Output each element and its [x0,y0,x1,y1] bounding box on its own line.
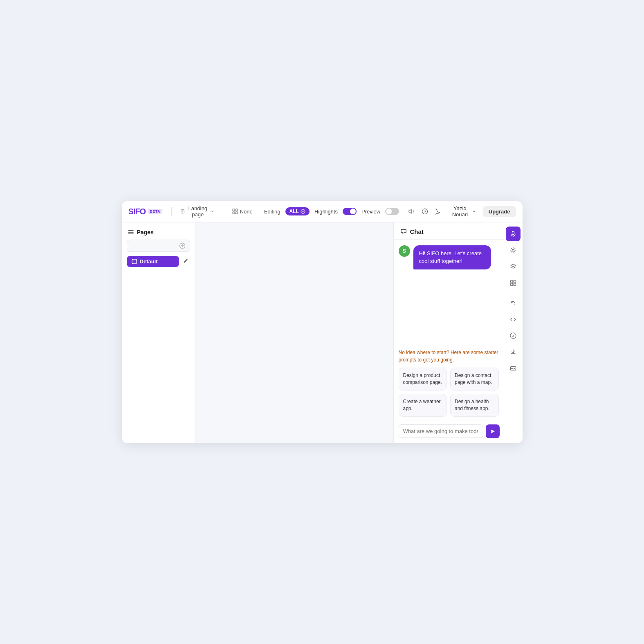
svg-rect-11 [512,231,514,234]
svg-rect-17 [514,283,516,286]
user-menu-button[interactable]: Yazid Nouari [446,204,479,219]
toolbar-section: Editing ALL Highlights Preview [264,207,399,215]
prompt-card-2[interactable]: Create a weather app. [399,394,447,417]
all-pill[interactable]: ALL [285,207,310,215]
topbar: SIFO BETA Landing page None Editing ALL … [122,201,523,222]
media-icon [510,365,516,372]
none-button[interactable]: None [229,207,256,216]
volume-icon-btn[interactable] [407,205,416,218]
components-icon [510,280,516,286]
pages-panel: Pages Default [122,222,195,443]
grid-icon [232,209,238,214]
chat-header: Chat [394,222,504,240]
page-item-icon [132,259,137,264]
prompts-grid: Design a product comparison page. Design… [399,368,499,416]
undo-icon [510,300,516,306]
svg-point-6 [302,211,303,212]
svg-rect-10 [132,259,137,264]
default-page-row: Default [127,256,190,267]
logo-text: SIFO [128,207,146,216]
upgrade-button[interactable]: Upgrade [483,206,516,217]
pencil-icon [183,258,188,263]
moon-icon [435,209,441,215]
chat-prompts-hint: No idea where to start? Here are some st… [399,349,499,364]
moon-icon-btn[interactable] [433,205,442,218]
preview-label: Preview [361,209,380,215]
svg-rect-3 [233,212,235,214]
chat-input[interactable] [398,424,483,438]
svg-rect-15 [514,280,516,283]
chevron-down-icon [211,209,214,213]
landing-page-label: Landing page [186,205,209,218]
layers-icon-btn[interactable] [506,259,521,274]
add-page-icon [179,242,186,249]
svg-text:?: ? [424,210,426,214]
gear-icon [510,247,516,254]
landing-page-dropdown[interactable]: Landing page [177,204,217,219]
prompt-card-3[interactable]: Design a health and fitness app. [450,394,499,417]
svg-point-13 [512,249,514,251]
send-icon [489,428,496,435]
user-name: Yazid Nouari [449,205,471,218]
chat-input-row [394,421,504,443]
chat-messages: S Hi! SIFO here. Let's create cool stuff… [394,240,504,346]
undo-icon-btn[interactable] [506,296,521,310]
layers-icon [510,263,516,270]
download-icon-btn[interactable] [506,345,521,359]
svg-rect-14 [511,280,513,283]
chat-panel: Chat S Hi! SIFO here. Let's create cool … [393,222,504,443]
pages-menu-icon [128,229,134,236]
none-label: None [240,209,253,215]
pages-title: Pages [137,229,154,236]
svg-rect-19 [511,366,516,370]
default-page-item[interactable]: Default [127,256,179,267]
topbar-separator-1 [171,207,172,216]
highlights-label: Highlights [314,209,338,215]
chat-send-button[interactable] [486,424,500,438]
new-page-button[interactable] [127,240,190,252]
svg-rect-1 [233,209,235,211]
right-sidebar: A [504,222,523,443]
theme-icon: A [510,332,516,339]
prompt-card-0[interactable]: Design a product comparison page. [399,368,447,390]
help-icon: ? [422,208,428,215]
chat-bubble-welcome: S Hi! SIFO here. Let's create cool stuff… [399,245,499,269]
user-chevron-icon [473,209,476,213]
highlights-toggle[interactable] [343,208,357,215]
code-icon [510,316,516,323]
theme-icon-btn[interactable]: A [506,328,521,343]
settings-icon-btn[interactable] [506,243,521,258]
chat-prompts-section: No idea where to start? Here are some st… [394,346,504,420]
download-icon [510,349,516,355]
help-icon-btn[interactable]: ? [420,205,429,218]
logo: SIFO BETA [128,207,163,216]
settings-small-icon [301,209,305,214]
default-page-label: Default [140,258,158,265]
preview-toggle[interactable] [385,208,399,215]
microphone-icon-btn[interactable] [506,227,521,241]
chat-welcome-text: Hi! SIFO here. Let's create cool stuff t… [413,245,491,269]
main-content: Pages Default Chat [122,222,523,443]
volume-icon [408,208,415,215]
svg-rect-16 [511,283,513,286]
prompt-card-1[interactable]: Design a contact page with a map. [450,368,499,390]
sidebar-divider-1 [508,293,518,293]
topbar-separator-2 [223,207,223,216]
edit-page-button[interactable] [182,256,190,266]
editing-label: Editing [264,209,280,215]
code-icon-btn[interactable] [506,312,521,327]
pages-header: Pages [127,229,190,236]
beta-badge: BETA [148,209,162,214]
chat-icon [400,228,407,235]
page-icon [181,209,185,214]
svg-text:A: A [512,334,515,338]
components-icon-btn[interactable] [506,276,521,290]
chat-avatar: S [399,245,410,257]
microphone-icon [510,231,516,237]
all-label: ALL [289,209,299,214]
canvas-area [195,222,393,443]
media-icon-btn[interactable] [506,361,521,376]
svg-rect-4 [236,212,238,214]
chat-title: Chat [410,228,424,235]
svg-rect-2 [236,209,238,211]
